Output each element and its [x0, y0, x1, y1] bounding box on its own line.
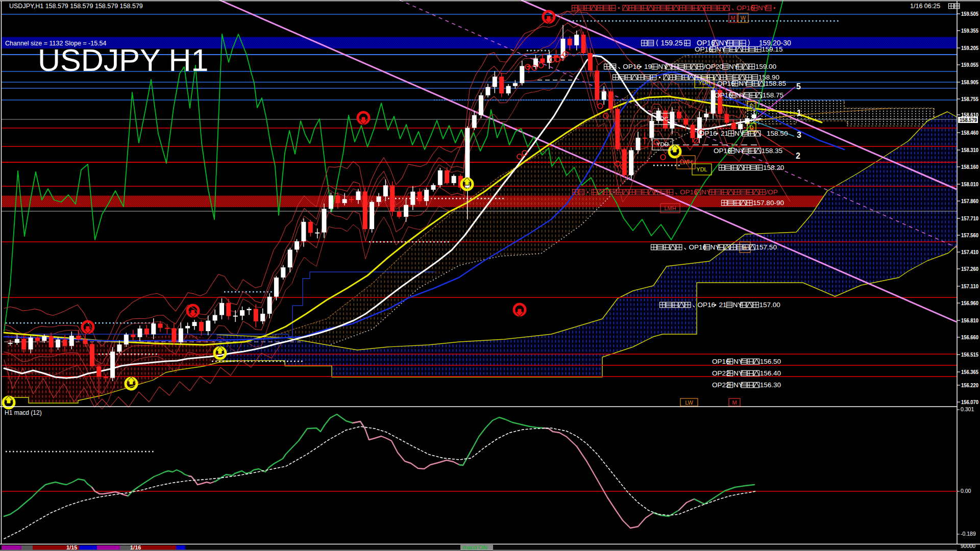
svg-text:159.205: 159.205 — [961, 45, 978, 51]
svg-text:NY: NY — [716, 45, 726, 53]
svg-text:156.070: 156.070 — [961, 399, 978, 405]
svg-text:NY: NY — [758, 4, 768, 12]
svg-text:156.30: 156.30 — [760, 381, 781, 389]
svg-text:M: M — [732, 399, 737, 406]
svg-text:0.301: 0.301 — [961, 406, 974, 412]
svg-text:YDL: YDL — [696, 166, 707, 172]
svg-text:NY: NY — [736, 91, 746, 99]
svg-text:D: D — [750, 103, 754, 109]
svg-text:NY: NY — [735, 147, 745, 155]
svg-text:OP16: OP16 — [737, 4, 754, 12]
svg-text:156.50: 156.50 — [760, 358, 781, 365]
svg-text:OP16: OP16 — [717, 80, 735, 87]
svg-text:157.110: 157.110 — [961, 283, 978, 289]
svg-text:1/15: 1/15 — [66, 544, 77, 550]
svg-text:OP16: OP16 — [712, 358, 730, 365]
svg-text:159.00: 159.00 — [755, 63, 776, 70]
svg-text:OP16: OP16 — [695, 45, 713, 53]
svg-text:1: 1 — [797, 109, 801, 117]
svg-text:158.579: 158.579 — [960, 117, 977, 123]
svg-text:21: 21 — [719, 301, 726, 309]
svg-text:159.055: 159.055 — [961, 62, 978, 68]
svg-text:21: 21 — [721, 130, 728, 137]
svg-text:NY: NY — [733, 381, 743, 389]
svg-text:NY: NY — [701, 188, 711, 196]
svg-text:NY: NY — [734, 130, 744, 137]
svg-text:LWH: LWH — [680, 159, 692, 165]
svg-text:LW: LW — [685, 399, 693, 406]
svg-text:19: 19 — [644, 63, 652, 70]
svg-text:YDO: YDO — [656, 141, 669, 147]
svg-text:NY: NY — [710, 243, 720, 251]
svg-text:156.220: 156.220 — [961, 382, 978, 388]
svg-text:158.85: 158.85 — [765, 80, 786, 87]
svg-text:158.460: 158.460 — [961, 130, 978, 136]
svg-text:OP16: OP16 — [689, 243, 707, 251]
svg-text:156.40: 156.40 — [760, 369, 781, 377]
svg-text:158.50: 158.50 — [767, 130, 788, 137]
svg-text:OP22: OP22 — [712, 381, 730, 389]
svg-text:OP16: OP16 — [680, 188, 698, 196]
svg-text:/OP: /OP — [766, 188, 778, 196]
svg-text:-0.189: -0.189 — [961, 531, 976, 537]
svg-text:Channel size = 1132 Slope = -1: Channel size = 1132 Slope = -15.54 — [5, 40, 107, 47]
svg-text:157.560: 157.560 — [961, 232, 978, 238]
svg-text:OP16: OP16 — [698, 301, 716, 309]
svg-text:157.410: 157.410 — [961, 249, 978, 255]
svg-text:159.505: 159.505 — [961, 11, 978, 17]
svg-text:OP22: OP22 — [712, 369, 730, 377]
svg-text:YDC: YDC — [656, 116, 668, 122]
svg-text:5: 5 — [796, 82, 801, 91]
svg-text:0.00: 0.00 — [961, 488, 971, 494]
svg-text:OP16: OP16 — [715, 91, 732, 99]
svg-text:156.515: 156.515 — [961, 352, 978, 358]
svg-text:2: 2 — [796, 152, 800, 160]
svg-text:157.710: 157.710 — [961, 215, 978, 221]
svg-text:158.010: 158.010 — [961, 181, 978, 187]
svg-text:OP16: OP16 — [699, 130, 717, 137]
svg-text:158.75: 158.75 — [763, 91, 783, 99]
svg-text:OP16: OP16 — [623, 63, 641, 70]
svg-text:158.20: 158.20 — [763, 164, 784, 171]
svg-text:W: W — [741, 15, 746, 21]
svg-text:157.00: 157.00 — [760, 301, 780, 309]
svg-text:1/16: 1/16 — [130, 544, 141, 550]
svg-text:D: D — [750, 124, 754, 131]
svg-text:1/16 06:25: 1/16 06:25 — [910, 3, 940, 10]
svg-text:3: 3 — [797, 131, 801, 139]
svg-text:NY: NY — [739, 80, 748, 87]
svg-text:157.50: 157.50 — [756, 243, 777, 251]
svg-text:NY: NY — [729, 63, 739, 70]
svg-text:158.905: 158.905 — [961, 79, 978, 85]
svg-text:YDH: YDH — [698, 80, 710, 86]
svg-text:156.365: 156.365 — [961, 369, 978, 375]
svg-text:NY: NY — [733, 301, 743, 309]
svg-text:158.35: 158.35 — [762, 147, 782, 155]
svg-text:157.860: 157.860 — [961, 198, 978, 204]
svg-text:159.25: 159.25 — [661, 39, 683, 47]
svg-text:USDJPY H1: USDJPY H1 — [38, 43, 209, 78]
svg-text:159.15: 159.15 — [762, 45, 782, 53]
svg-text:159.355: 159.355 — [961, 28, 978, 34]
svg-text:NY: NY — [733, 358, 743, 365]
svg-text:156.960: 156.960 — [961, 300, 978, 306]
svg-text:NY: NY — [658, 63, 668, 70]
svg-text:USDJPY,H1 158.579 158.579 158: USDJPY,H1 158.579 158.579 158.579 158.57… — [9, 3, 143, 10]
svg-text:158.755: 158.755 — [961, 96, 978, 102]
svg-text:H1 macd (12): H1 macd (12) — [5, 409, 42, 416]
svg-text:156.810: 156.810 — [961, 317, 978, 323]
svg-text:/OP20: /OP20 — [704, 63, 723, 70]
svg-text:157.80-90: 157.80-90 — [753, 199, 784, 207]
svg-text:158.160: 158.160 — [961, 164, 978, 170]
svg-text:157.260: 157.260 — [961, 266, 978, 272]
svg-text:OP16: OP16 — [714, 147, 731, 155]
svg-text:NY: NY — [733, 369, 743, 377]
svg-text:M: M — [730, 15, 735, 21]
svg-text:158.310: 158.310 — [961, 147, 978, 153]
svg-text:156.660: 156.660 — [961, 334, 978, 340]
svg-text:macd ON: macd ON — [462, 544, 487, 550]
svg-text:LMH: LMH — [664, 205, 676, 211]
